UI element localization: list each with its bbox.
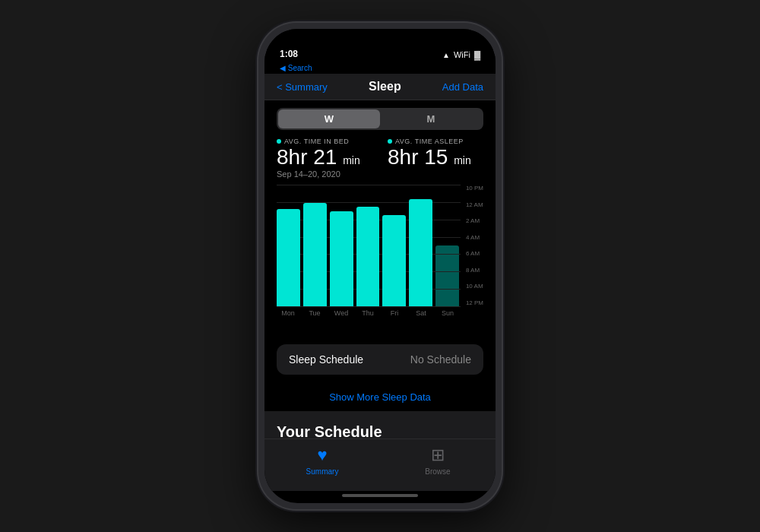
sleep-chart: 10 PM 12 AM 2 AM 4 AM 6 AM 8 AM 10 AM 12…	[277, 185, 483, 337]
bar-thu	[356, 185, 380, 306]
x-label-wed: Wed	[330, 309, 353, 317]
tab-browse-label: Browse	[425, 467, 450, 476]
wifi-icon: WiFi	[454, 50, 470, 59]
tab-summary[interactable]: ♥ Summary	[264, 445, 380, 476]
schedule-label: Sleep Schedule	[289, 353, 363, 366]
avg-asleep-label: AVG. TIME ASLEEP	[388, 138, 483, 145]
home-indicator	[342, 494, 418, 497]
stat-avg-asleep: AVG. TIME ASLEEP 8hr 15 min	[388, 138, 483, 179]
tab-summary-label: Summary	[306, 467, 339, 476]
nav-bar: < Summary Sleep Add Data	[264, 74, 496, 100]
stat-avg-in-bed: AVG. TIME IN BED 8hr 21 min Sep 14–20, 2…	[277, 138, 372, 179]
nav-back-button[interactable]: < Summary	[277, 81, 328, 93]
grid-line-1	[277, 185, 461, 185]
status-icons: ▲ WiFi ▓	[442, 50, 480, 59]
grid-line-8	[277, 306, 461, 307]
heart-icon: ♥	[317, 445, 327, 465]
y-label-6am: 6 AM	[466, 250, 483, 257]
bar-sat	[409, 185, 432, 306]
stats-section: AVG. TIME IN BED 8hr 21 min Sep 14–20, 2…	[264, 138, 496, 185]
notch	[331, 29, 429, 50]
signal-icon: ▲	[442, 51, 450, 59]
bar-wed	[330, 185, 353, 306]
phone-screen: 1:08 ▲ WiFi ▓ ◀ Search < Summary Sleep A…	[264, 29, 496, 503]
stats-row: AVG. TIME IN BED 8hr 21 min Sep 14–20, 2…	[277, 138, 483, 179]
nav-title: Sleep	[369, 80, 401, 93]
sleep-schedule-section: Sleep Schedule No Schedule	[277, 344, 483, 375]
avg-asleep-dot	[388, 139, 392, 144]
x-axis-labels: Mon Tue Wed Thu Fri Sat Sun	[277, 309, 483, 317]
bar-wed-fill	[330, 211, 353, 306]
schedule-value: No Schedule	[410, 353, 471, 366]
tab-month[interactable]: M	[380, 109, 482, 128]
bar-fri	[382, 185, 406, 306]
bar-mon	[277, 185, 300, 306]
search-back[interactable]: ◀ Search	[264, 62, 496, 74]
add-data-button[interactable]: Add Data	[442, 81, 483, 93]
period-tab-group: W M	[277, 108, 483, 130]
x-label-fri: Fri	[383, 309, 406, 317]
y-label-8am: 8 AM	[466, 267, 483, 274]
main-content: W M AVG. TIME IN BED 8hr 21	[264, 100, 496, 439]
y-label-10pm: 10 PM	[466, 185, 483, 192]
date-range: Sep 14–20, 2020	[277, 169, 372, 179]
y-label-4am: 4 AM	[466, 234, 483, 241]
battery-icon: ▓	[474, 50, 480, 59]
show-more-link[interactable]: Show More Sleep Data	[329, 391, 431, 403]
y-axis-labels: 10 PM 12 AM 2 AM 4 AM 6 AM 8 AM 10 AM 12…	[466, 185, 483, 306]
avg-asleep-value: 8hr 15 min	[388, 147, 483, 168]
x-label-thu: Thu	[356, 309, 379, 317]
bar-sat-fill	[409, 199, 432, 306]
y-label-10am: 10 AM	[466, 283, 483, 290]
y-label-12pm: 12 PM	[466, 299, 483, 306]
your-schedule-title: Your Schedule	[277, 423, 483, 439]
status-time: 1:08	[280, 49, 298, 59]
y-label-12am: 12 AM	[466, 201, 483, 208]
tab-week[interactable]: W	[278, 109, 380, 128]
bar-thu-fill	[356, 207, 380, 306]
avg-in-bed-dot	[277, 139, 281, 144]
x-label-sat: Sat	[410, 309, 432, 317]
bar-fri-fill	[382, 215, 406, 306]
bar-tue-fill	[303, 203, 327, 306]
browse-icon: ⊞	[431, 445, 445, 465]
tab-bar: ♥ Summary ⊞ Browse	[264, 439, 496, 491]
phone-frame: 1:08 ▲ WiFi ▓ ◀ Search < Summary Sleep A…	[258, 23, 502, 509]
bar-mon-fill	[277, 209, 300, 306]
avg-in-bed-label: AVG. TIME IN BED	[277, 138, 372, 145]
chart-bars	[277, 185, 459, 306]
x-label-mon: Mon	[277, 309, 299, 317]
your-schedule-section: Your Schedule Next	[264, 411, 496, 439]
show-more-section: Show More Sleep Data	[264, 382, 496, 411]
tab-browse[interactable]: ⊞ Browse	[380, 445, 496, 476]
y-label-2am: 2 AM	[466, 217, 483, 224]
x-label-sun: Sun	[436, 309, 459, 317]
avg-in-bed-value: 8hr 21 min	[277, 147, 372, 168]
bar-tue	[303, 185, 327, 306]
bar-sun	[435, 185, 459, 306]
x-label-tue: Tue	[303, 309, 326, 317]
